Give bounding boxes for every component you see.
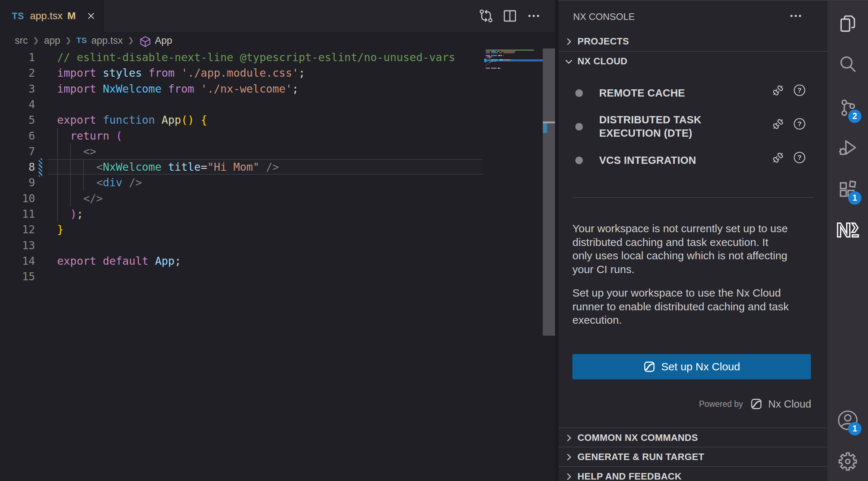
activity-run-and-debug[interactable] — [828, 127, 868, 168]
status-dot-icon — [575, 89, 583, 97]
feature-row-distributed-task-execution-dte[interactable]: DISTRIBUTED TASK EXECUTION (DTE) ? — [559, 106, 828, 147]
feature-actions: ? — [772, 84, 806, 97]
section-common-nx-commands[interactable]: COMMON NX COMMANDS — [559, 428, 828, 447]
powered-by-label: Powered by — [699, 399, 743, 409]
help-button[interactable]: ? — [793, 151, 806, 164]
activity-settings[interactable] — [828, 441, 868, 481]
split-editor-button[interactable] — [503, 9, 517, 23]
code-line-8: 8 <NxWelcome title="Hi Mom" /> — [0, 159, 484, 175]
code-line-9: 9 <div /> — [0, 175, 484, 190]
code-line-12: 12} — [0, 222, 484, 237]
nx-cloud-logo-icon — [643, 361, 656, 373]
section-label: GENERATE & RUN TARGET — [577, 451, 704, 463]
activity-source-control[interactable]: 2 — [828, 88, 868, 128]
tab-filename: app.tsx — [30, 10, 63, 22]
activity-search[interactable] — [828, 44, 868, 85]
panel-sash[interactable] — [555, 0, 559, 481]
chevron-right-icon — [563, 36, 575, 47]
code-line-14: 14export default App; — [0, 253, 484, 269]
chevron-right-icon — [563, 432, 575, 444]
cloud-description-paragraph: Your workspace is not currently set up t… — [572, 222, 791, 276]
scrollbar-slider[interactable] — [543, 48, 555, 336]
code-line-2: 2import styles from './app.module.css'; — [0, 65, 484, 81]
svg-text:?: ? — [798, 120, 802, 128]
section-nx-cloud[interactable]: NX CLOUD — [559, 52, 828, 71]
scrollbar[interactable] — [543, 0, 555, 481]
vscode-window: TS app.tsx M src ❯ app — [0, 0, 868, 481]
section-help-and-feedback[interactable]: HELP AND FEEDBACK — [559, 467, 828, 481]
code-line-6: 6 return ( — [0, 128, 484, 144]
connect-button[interactable] — [772, 151, 784, 164]
connect-button[interactable] — [772, 84, 784, 97]
minimap[interactable] — [484, 49, 543, 481]
code-line-5: 5export function App() { — [0, 112, 484, 128]
feature-actions: ? — [772, 151, 806, 164]
activity-extensions[interactable]: 1 — [828, 169, 868, 210]
editor-group: TS app.tsx M src ❯ app — [0, 0, 555, 481]
status-dot-icon — [575, 123, 583, 131]
minimap-modified-marker — [484, 59, 486, 62]
activity-bar: 2 1 1 — [828, 0, 868, 481]
gear-icon — [837, 451, 858, 472]
chevron-down-icon — [563, 56, 575, 67]
chevron-right-icon — [563, 451, 575, 463]
typescript-file-icon: TS — [77, 36, 87, 45]
code-editor[interactable]: 1// eslint-disable-next-line @typescript… — [0, 50, 484, 447]
feature-label: DISTRIBUTED TASK EXECUTION (DTE) — [599, 113, 760, 140]
close-tab-button[interactable] — [85, 10, 97, 22]
code-line-1: 1// eslint-disable-next-line @typescript… — [0, 50, 484, 65]
cloud-setup-paragraph: Set up your workspace to use the Nx Clou… — [572, 286, 791, 327]
editor-actions — [479, 0, 541, 32]
more-actions-button[interactable] — [527, 9, 541, 23]
breadcrumb: src ❯ app ❯ TS app.tsx ❯ App — [0, 32, 555, 49]
status-dot-icon — [575, 157, 583, 164]
panel-title-bar: NX CONSOLE — [559, 1, 828, 32]
git-modified-badge: M — [67, 10, 76, 22]
setup-nx-cloud-button[interactable]: Set up Nx Cloud — [572, 354, 811, 379]
search-icon — [838, 54, 858, 75]
code-line-3: 3import NxWelcome from './nx-welcome'; — [0, 81, 484, 97]
breadcrumb-app[interactable]: app — [44, 35, 60, 46]
svg-text:?: ? — [798, 154, 802, 161]
section-projects[interactable]: PROJECTS — [559, 32, 828, 51]
separator — [572, 197, 814, 198]
powered-by-row: Powered by Nx Cloud — [699, 398, 811, 410]
activity-nx-console[interactable] — [828, 210, 868, 250]
chevron-right-icon — [563, 471, 575, 481]
tab-app-tsx[interactable]: TS app.tsx M — [0, 0, 104, 32]
files-icon — [838, 14, 858, 34]
open-changes-button[interactable] — [479, 9, 493, 23]
help-button[interactable]: ? — [793, 84, 806, 97]
tab-bar: TS app.tsx M — [0, 0, 555, 32]
feature-row-remote-cache[interactable]: REMOTE CACHE ? — [559, 78, 828, 108]
section-nx-cloud-label: NX CLOUD — [577, 56, 627, 67]
code-line-7: 7 <> — [0, 144, 484, 159]
setup-nx-cloud-button-label: Set up Nx Cloud — [661, 361, 740, 373]
activity-accounts[interactable]: 1 — [828, 400, 868, 440]
feature-label: REMOTE CACHE — [599, 86, 760, 100]
code-line-10: 10 </> — [0, 191, 484, 206]
debug-icon — [838, 137, 858, 158]
section-label: HELP AND FEEDBACK — [577, 471, 682, 481]
feature-label: VCS INTEGRATION — [599, 154, 760, 167]
chevron-right-icon: ❯ — [123, 36, 139, 44]
panel-more-actions-button[interactable] — [786, 6, 806, 26]
breadcrumb-app-tsx[interactable]: app.tsx — [91, 35, 123, 46]
badge: 1 — [848, 422, 861, 435]
code-line-11: 11 ); — [0, 206, 484, 222]
chevron-right-icon: ❯ — [28, 36, 44, 44]
help-button[interactable]: ? — [793, 118, 806, 130]
section-projects-label: PROJECTS — [577, 36, 629, 47]
activity-explorer[interactable] — [828, 4, 868, 44]
chevron-right-icon: ❯ — [60, 36, 77, 44]
badge: 1 — [848, 191, 861, 205]
feature-row-vcs-integration[interactable]: VCS INTEGRATION ? — [559, 145, 828, 175]
breadcrumb-src[interactable]: src — [15, 35, 28, 46]
nx-console-panel: NX CONSOLE PROJECTS NX CLOUD REMOTE CACH… — [559, 0, 828, 481]
section-generate-run-target[interactable]: GENERATE & RUN TARGET — [559, 447, 828, 467]
connect-button[interactable] — [772, 118, 784, 130]
panel-title: NX CONSOLE — [573, 11, 635, 22]
breadcrumb-symbol-app[interactable]: App — [155, 35, 172, 46]
badge: 2 — [848, 110, 861, 123]
section-label: COMMON NX COMMANDS — [577, 432, 698, 443]
